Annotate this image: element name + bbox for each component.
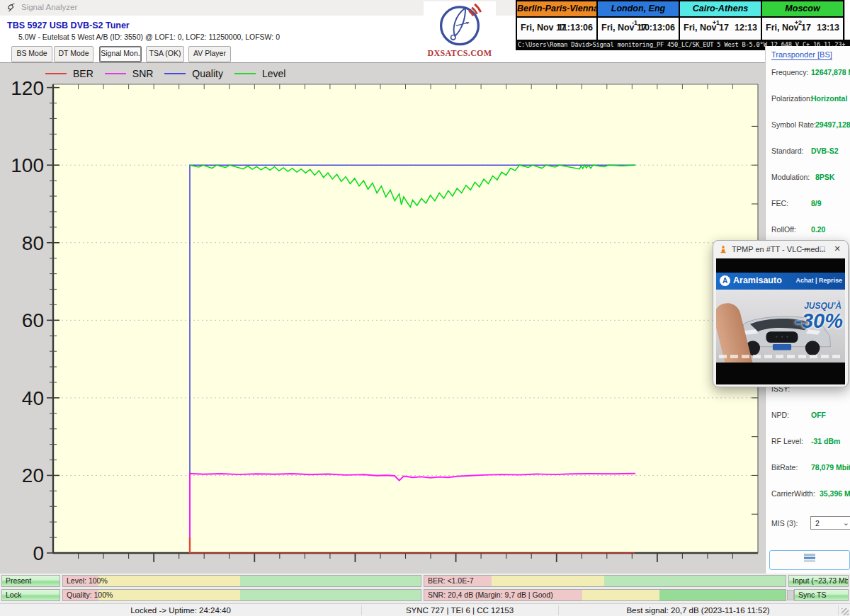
clock-cairo: Cairo-Athens Fri, Nov 17 +1 12:13 <box>680 0 762 40</box>
aramisauto-logo: A <box>720 275 730 286</box>
present-indicator: Present <box>1 575 60 587</box>
vlc-video-area[interactable]: A Aramisauto Achat | Reprise JUSQU'À -30… <box>716 258 845 384</box>
field-standard: Standard: DVB-S2 <box>771 147 848 156</box>
field-bitrate: BitRate: 78,079 Mbit/s <box>771 463 848 473</box>
clock-hms: 11:13:06 <box>558 23 593 33</box>
clock-berlin-time: Fri, Nov 17 11:13:06 <box>517 18 596 40</box>
tab-tsa[interactable]: TSA (OK) <box>146 46 184 62</box>
chevron-down-icon: ⌄ <box>843 516 849 529</box>
promo-text-big: -30% <box>795 309 843 333</box>
clock-hms: 12:13 <box>735 23 757 33</box>
sync-chip <box>787 590 794 600</box>
dxsatcs-logo-text: DXSATCS.COM <box>424 48 496 59</box>
svg-text:100: 100 <box>11 154 44 176</box>
tuner-details: 5.0W - Eutelsat 5 West A/B (ID: 3550) @ … <box>18 33 280 41</box>
dxsatcs-logo-icon <box>436 1 483 48</box>
svg-text:40: 40 <box>22 387 44 409</box>
vlc-cone-icon <box>718 244 728 254</box>
svg-text:120: 120 <box>11 77 44 99</box>
svg-text:20: 20 <box>22 464 44 486</box>
legend-label: BER <box>73 68 94 79</box>
clock-london-time: Fri, Nov 17 -1 10:13:06 <box>598 18 679 40</box>
ad-disclaimer-text <box>719 355 842 358</box>
signal-analyzer-window: Signal Analyzer TBS 5927 USB DVB-S2 Tune… <box>0 0 850 616</box>
indicator-bars: Present Level: 100% BER: <1.0E-7 Input (… <box>0 574 850 603</box>
quality-line-swatch <box>164 73 186 74</box>
mis-dropdown[interactable]: 2 ⌄ <box>810 516 850 530</box>
svg-text:0: 0 <box>33 542 44 564</box>
satellite-dish-icon <box>6 3 16 13</box>
tab-signal-mon[interactable]: Signal Mon. <box>99 46 142 62</box>
field-mis: MIS (3): 2 ⌄ <box>771 519 848 529</box>
svg-text:80: 80 <box>22 232 44 254</box>
legend-label: Quality <box>192 68 223 79</box>
clock-date: Fri, Nov 17 <box>766 23 811 33</box>
sync-ts-indicator: Sync TS <box>794 589 849 601</box>
field-modulation: Modulation: 8PSK <box>771 173 848 183</box>
mis-selected-value: 2 <box>815 519 820 527</box>
ad-banner: A Aramisauto Achat | Reprise <box>716 273 845 290</box>
lock-indicator: Lock <box>1 589 60 601</box>
ber-line-swatch <box>45 73 67 74</box>
clock-utc-offset: +1 <box>713 19 720 26</box>
legend-quality: Quality <box>164 68 223 79</box>
minimize-icon[interactable]: — <box>800 244 811 253</box>
vlc-window-title: TPMP en #TT - VLC med... <box>732 245 826 253</box>
level-bar: Level: 100% <box>62 575 421 587</box>
status-sync-counters: SYNC 727 | TEI 6 | CC 12153 <box>361 604 558 616</box>
legend-ber: BER <box>45 68 94 79</box>
letterbox-bar <box>716 363 845 384</box>
svg-text:60: 60 <box>22 309 44 331</box>
field-carrier-width: CarrierWidth: 35,396 MHz <box>771 489 848 499</box>
vlc-window[interactable]: TPMP en #TT - VLC med... — □ ✕ A Aramisa… <box>713 240 849 387</box>
ad-scene: JUSQU'À -30% <box>716 290 845 363</box>
snr-line-swatch <box>105 73 126 74</box>
clock-moscow-header: Moscow <box>762 0 843 18</box>
clock-cairo-time: Fri, Nov 17 +1 12:13 <box>680 18 761 40</box>
clock-hms: 10:13:06 <box>640 23 675 33</box>
field-npd: NPD: OFF <box>771 411 848 421</box>
statusbar: Locked -> Uptime: 24:24:40 SYNC 727 | TE… <box>0 603 850 616</box>
chart-legend: BER SNR Quality Level <box>45 68 297 79</box>
tab-bs-mode[interactable]: BS Mode <box>11 46 52 62</box>
field-symbol-rate: Symbol Rate: 29497,128 KS/s <box>771 120 848 130</box>
snr-bar: SNR: 20,4 dB (Margin: 9,7 dB | Good) <box>424 589 786 601</box>
level-line-swatch <box>234 73 256 74</box>
tab-dt-mode[interactable]: DT Mode <box>54 46 94 62</box>
clock-london-header: London, Eng <box>598 0 679 18</box>
clock-cairo-header: Cairo-Athens <box>680 0 761 18</box>
signal-chart: 020406080100120 <box>0 63 765 574</box>
field-polarization: Polarization: Horizontal <box>771 94 848 104</box>
clock-berlin-header: Berlin-Paris-Vienna-Roma <box>517 0 596 18</box>
status-lock-uptime: Locked -> Uptime: 24:24:40 <box>0 604 361 616</box>
clock-moscow: Moscow Fri, Nov 17 +2 13:13 <box>762 0 844 40</box>
clock-hms: 13:13 <box>817 23 839 33</box>
field-fec: FEC: 8/9 <box>771 199 848 209</box>
dxsatcs-logo: DXSATCS.COM <box>424 1 496 59</box>
transponder-title: Transponder [BS] <box>771 50 832 60</box>
field-frequency: Frequency: 12647,878 MHz <box>771 68 848 78</box>
clock-date: Fri, Nov 17 <box>684 23 729 33</box>
ad-links: Achat | Reprise <box>795 277 842 284</box>
transponder-action-button[interactable] <box>769 550 850 570</box>
field-rolloff: RollOff: 0.20 <box>771 225 848 235</box>
quality-bar: Quality: 100% <box>62 589 421 601</box>
close-icon[interactable]: ✕ <box>832 244 843 253</box>
edge-strip <box>844 0 850 40</box>
clock-utc-offset: -1 <box>632 19 638 26</box>
world-clocks-panel: Berlin-Paris-Vienna-Roma Fri, Nov 17 11:… <box>516 0 844 40</box>
resize-grip[interactable] <box>842 608 849 615</box>
tuner-name: TBS 5927 USB DVB-S2 Tuner <box>7 21 130 30</box>
legend-level: Level <box>234 68 285 79</box>
input-indicator: Input (~23,73 Mbps) <box>788 575 849 587</box>
legend-label: SNR <box>132 68 154 79</box>
clock-utc-offset: +2 <box>795 19 802 26</box>
ber-bar: BER: <1.0E-7 <box>424 575 786 587</box>
tab-av-player[interactable]: AV Player <box>188 46 231 62</box>
window-title: Signal Analyzer <box>21 3 77 11</box>
signal-monitor-panel: 020406080100120 BER SNR Quality Level <box>0 62 765 574</box>
vlc-titlebar[interactable]: TPMP en #TT - VLC med... — □ ✕ <box>713 241 848 258</box>
ad-brand-name: Aramisauto <box>733 275 782 285</box>
clock-london: London, Eng Fri, Nov 17 -1 10:13:06 <box>598 0 680 40</box>
maximize-icon[interactable]: □ <box>817 244 828 253</box>
